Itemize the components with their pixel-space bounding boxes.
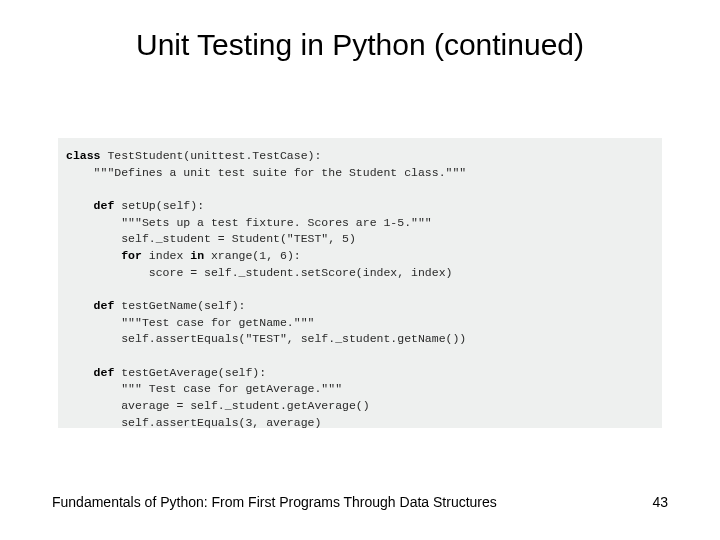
kw-in: in	[190, 249, 204, 262]
code-line-13: average = self._student.getAverage()	[66, 399, 370, 412]
kw-for: for	[121, 249, 142, 262]
indent-8	[66, 299, 94, 312]
code-line-8: testGetName(self):	[114, 299, 245, 312]
kw-class: class	[66, 149, 101, 162]
indent-11	[66, 366, 94, 379]
code-block: class TestStudent(unittest.TestCase): ""…	[58, 138, 662, 428]
indent-3	[66, 199, 94, 212]
code-line-1: TestStudent(unittest.TestCase):	[101, 149, 322, 162]
code-line-9: """Test case for getName."""	[66, 316, 314, 329]
code-line-6a: index	[142, 249, 190, 262]
slide: Unit Testing in Python (continued) class…	[0, 0, 720, 540]
footer-text: Fundamentals of Python: From First Progr…	[52, 494, 628, 510]
indent-6	[66, 249, 121, 262]
code-line-12: """ Test case for getAverage."""	[66, 382, 342, 395]
code-line-6b: xrange(1, 6):	[204, 249, 301, 262]
kw-def-3: def	[94, 366, 115, 379]
code-line-2: """Defines a unit test suite for the Stu…	[66, 166, 466, 179]
code-line-5: self._student = Student("TEST", 5)	[66, 232, 356, 245]
footer: Fundamentals of Python: From First Progr…	[52, 494, 668, 510]
code-line-3: setUp(self):	[114, 199, 204, 212]
page-number: 43	[628, 494, 668, 510]
code-line-11: testGetAverage(self):	[114, 366, 266, 379]
code-line-14: self.assertEquals(3, average)	[66, 416, 321, 429]
code-line-10: self.assertEquals("TEST", self._student.…	[66, 332, 466, 345]
kw-def-2: def	[94, 299, 115, 312]
kw-def-1: def	[94, 199, 115, 212]
slide-title: Unit Testing in Python (continued)	[0, 28, 720, 62]
code-line-4: """Sets up a test fixture. Scores are 1-…	[66, 216, 432, 229]
code-line-7: score = self._student.setScore(index, in…	[66, 266, 452, 279]
